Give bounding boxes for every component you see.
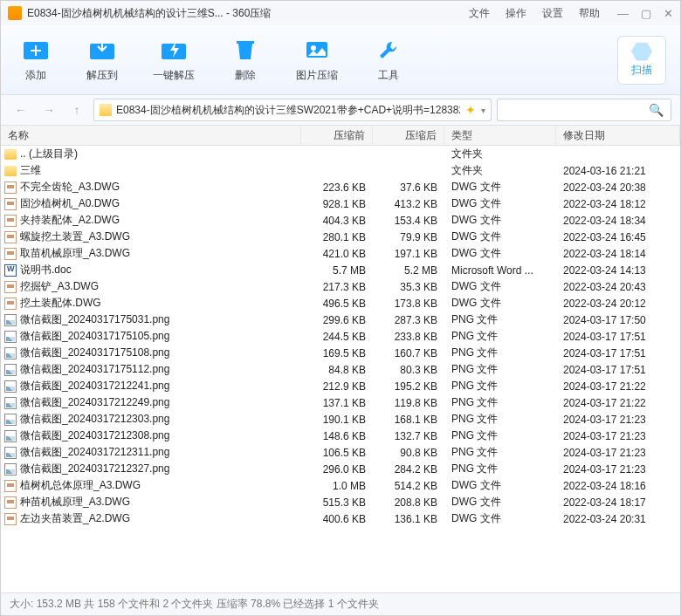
table-row[interactable]: 植树机总体原理_A3.DWG1.0 MB514.2 KBDWG 文件2022-0… (1, 477, 680, 494)
table-row[interactable]: 说明书.doc5.7 MB5.2 MBMicrosoft Word ...202… (1, 262, 680, 278)
tools-icon (373, 37, 404, 63)
table-row[interactable]: 夹持装配体_A2.DWG404.3 KB153.4 KBDWG 文件2022-0… (1, 212, 680, 229)
table-row[interactable]: 微信截图_20240317212303.png190.1 KB168.1 KBP… (1, 411, 680, 428)
file-name: 微信截图_20240317212311.png (20, 445, 169, 460)
column-header: 名称 压缩前 压缩后 类型 修改日期 (1, 125, 680, 146)
file-before: 421.0 KB (301, 248, 373, 260)
file-name: 说明书.doc (20, 263, 72, 277)
table-row[interactable]: 微信截图_20240317175031.png299.6 KB287.3 KBP… (1, 311, 680, 328)
table-row[interactable]: 固沙植树机_A0.DWG928.1 KB413.2 KBDWG 文件2022-0… (1, 195, 680, 212)
file-name: 种苗机械原理_A3.DWG (20, 495, 130, 510)
add-icon (20, 37, 52, 63)
navigation-bar: ← → ↑ E0834-固沙植树机机械结构的设计三维SW2021带参+CAD+说… (1, 95, 680, 125)
table-row[interactable]: 挖土装配体.DWG496.5 KB173.8 KBDWG 文件2022-03-2… (1, 295, 680, 311)
table-row[interactable]: 三维文件夹2024-03-16 21:21 (1, 162, 680, 179)
up-button[interactable]: ↑ (65, 99, 88, 121)
table-row[interactable]: 不完全齿轮_A3.DWG223.6 KB37.6 KBDWG 文件2022-03… (1, 179, 680, 195)
file-date: 2024-03-17 17:51 (556, 364, 680, 376)
file-before: 280.1 KB (301, 231, 373, 243)
table-row[interactable]: 微信截图_20240317212241.png212.9 KB195.2 KBP… (1, 378, 680, 394)
close-icon[interactable]: ✕ (664, 7, 673, 20)
file-before: 400.6 KB (301, 513, 373, 525)
file-after: 132.7 KB (373, 430, 444, 442)
dwg-icon (4, 198, 17, 210)
file-name: 微信截图_20240317212241.png (20, 379, 169, 394)
file-before: 212.9 KB (301, 380, 373, 393)
png-icon (4, 414, 17, 426)
col-name[interactable]: 名称 (1, 126, 301, 145)
file-name: .. (上级目录) (20, 147, 78, 161)
file-date: 2022-03-24 20:38 (556, 181, 680, 194)
chevron-down-icon[interactable]: ▾ (481, 106, 485, 115)
titlebar: E0834-固沙植树机机械结构的设计三维S... - 360压缩 文件 操作 设… (1, 1, 680, 25)
file-before: 928.1 KB (301, 198, 373, 210)
file-type: DWG 文件 (444, 495, 556, 510)
file-name: 夹持装配体_A2.DWG (20, 213, 120, 228)
table-row[interactable]: 种苗机械原理_A3.DWG515.3 KB208.8 KBDWG 文件2022-… (1, 494, 680, 510)
file-type: PNG 文件 (444, 329, 556, 344)
file-type: DWG 文件 (444, 296, 556, 311)
delete-button[interactable]: 删除 (230, 37, 261, 83)
file-type: PNG 文件 (444, 395, 556, 410)
status-bar: 大小: 153.2 MB 共 158 个文件和 2 个文件夹 压缩率 78.8%… (1, 592, 680, 615)
file-date: 2024-03-17 17:51 (556, 347, 680, 359)
file-date: 2022-03-24 20:12 (556, 298, 680, 310)
table-row[interactable]: .. (上级目录)文件夹 (1, 146, 680, 162)
col-before[interactable]: 压缩前 (301, 126, 373, 145)
table-row[interactable]: 微信截图_20240317175105.png244.5 KB233.8 KBP… (1, 328, 680, 345)
file-after: 514.2 KB (373, 480, 444, 492)
address-bar[interactable]: E0834-固沙植树机机械结构的设计三维SW2021带参+CAD+说明书=128… (93, 99, 492, 121)
search-input[interactable]: 🔍 (497, 99, 671, 121)
table-row[interactable]: 取苗机械原理_A3.DWG421.0 KB197.1 KBDWG 文件2022-… (1, 245, 680, 262)
menu-file[interactable]: 文件 (469, 6, 490, 21)
menu-operate[interactable]: 操作 (506, 6, 526, 21)
file-after: 80.3 KB (373, 364, 444, 376)
table-row[interactable]: 微信截图_20240317212249.png137.1 KB119.8 KBP… (1, 394, 680, 411)
menu-help[interactable]: 帮助 (579, 6, 600, 21)
doc-icon (4, 264, 17, 277)
image-compress-button[interactable]: 图片压缩 (296, 37, 338, 83)
file-type: PNG 文件 (444, 312, 556, 327)
table-row[interactable]: 挖掘铲_A3.DWG217.3 KB35.3 KBDWG 文件2022-03-2… (1, 278, 680, 295)
file-after: 168.1 KB (373, 414, 444, 426)
folder-icon (100, 104, 112, 116)
tools-button[interactable]: 工具 (373, 37, 404, 83)
file-before: 106.5 KB (301, 447, 373, 459)
file-date: 2024-03-17 21:23 (556, 463, 680, 476)
forward-button[interactable]: → (38, 99, 60, 121)
dwg-icon (4, 480, 17, 492)
app-icon (8, 6, 22, 20)
extract-button[interactable]: 解压到 (86, 37, 118, 83)
maximize-icon[interactable]: ▢ (641, 7, 651, 20)
col-type[interactable]: 类型 (444, 126, 556, 145)
back-button[interactable]: ← (10, 99, 32, 121)
table-row[interactable]: 螺旋挖土装置_A3.DWG280.1 KB79.9 KBDWG 文件2022-0… (1, 229, 680, 245)
table-row[interactable]: 微信截图_20240317175112.png84.8 KB80.3 KBPNG… (1, 361, 680, 378)
file-after: 79.9 KB (373, 231, 444, 243)
png-icon (4, 430, 17, 442)
file-after: 160.7 KB (373, 347, 444, 359)
search-icon[interactable]: 🔍 (649, 103, 664, 117)
menu-settings[interactable]: 设置 (542, 6, 563, 21)
address-text: E0834-固沙植树机机械结构的设计三维SW2021带参+CAD+说明书=128… (116, 103, 460, 118)
table-row[interactable]: 微信截图_20240317212308.png148.6 KB132.7 KBP… (1, 428, 680, 444)
png-icon (4, 314, 17, 326)
file-name: 微信截图_20240317175105.png (20, 329, 169, 344)
col-after[interactable]: 压缩后 (373, 126, 444, 145)
file-after: 136.1 KB (373, 513, 444, 525)
table-row[interactable]: 左边夹苗装置_A2.DWG400.6 KB136.1 KBDWG 文件2022-… (1, 510, 680, 527)
file-type: Microsoft Word ... (444, 264, 556, 277)
dwg-icon (4, 215, 17, 227)
minimize-icon[interactable]: — (617, 7, 629, 20)
scan-icon (631, 43, 652, 61)
table-row[interactable]: 微信截图_20240317175108.png169.5 KB160.7 KBP… (1, 345, 680, 361)
file-after: 287.3 KB (373, 314, 444, 326)
add-button[interactable]: 添加 (20, 37, 52, 83)
oneclick-extract-button[interactable]: 一键解压 (153, 37, 195, 83)
scan-button[interactable]: 扫描 (617, 36, 666, 85)
col-date[interactable]: 修改日期 (556, 126, 680, 145)
table-row[interactable]: 微信截图_20240317212327.png296.0 KB284.2 KBP… (1, 461, 680, 477)
file-date: 2022-03-24 20:31 (556, 513, 680, 525)
file-before: 5.7 MB (301, 264, 373, 277)
table-row[interactable]: 微信截图_20240317212311.png106.5 KB90.8 KBPN… (1, 444, 680, 461)
